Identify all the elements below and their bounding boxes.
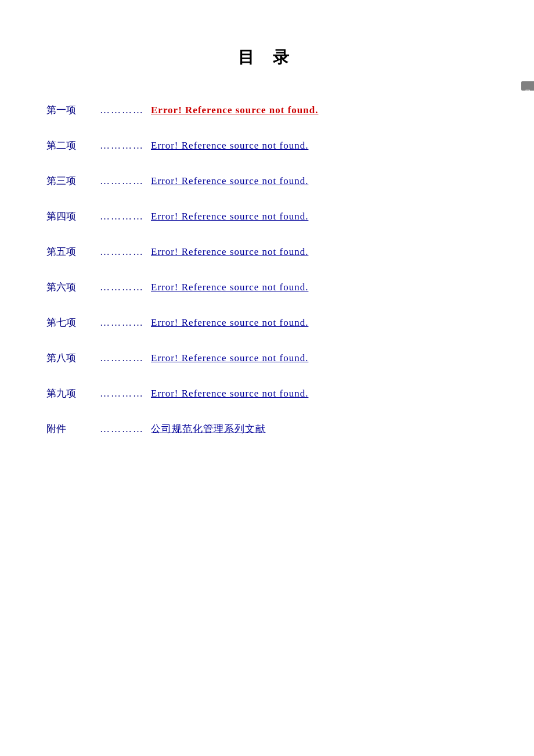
toc-label-2: 第二项 [46, 139, 93, 152]
toc-item: 第七项…………Error! Reference source not found… [46, 316, 488, 329]
toc-label-1: 第一项 [46, 103, 93, 117]
toc-link-7[interactable]: Error! Reference source not found. [151, 317, 308, 329]
side-tab-text: 目录 [524, 85, 532, 87]
toc-dots-3: ………… [100, 175, 144, 187]
toc-link-10[interactable]: 公司规范化管理系列文献 [151, 422, 266, 435]
toc-link-6[interactable]: Error! Reference source not found. [151, 282, 308, 293]
toc-item: 附件…………公司规范化管理系列文献 [46, 422, 488, 435]
toc-dots-5: ………… [100, 246, 144, 258]
toc-item: 第九项…………Error! Reference source not found… [46, 387, 488, 400]
toc-link-9[interactable]: Error! Reference source not found. [151, 388, 308, 399]
toc-dots-7: ………… [100, 317, 144, 329]
toc-link-3[interactable]: Error! Reference source not found. [151, 175, 308, 187]
page-container: 目录 目 录 第一项…………Error! Reference source no… [0, 0, 534, 756]
toc-dots-8: ………… [100, 352, 144, 364]
toc-link-1[interactable]: Error! Reference source not found. [151, 105, 318, 116]
toc-label-4: 第四项 [46, 210, 93, 223]
toc-item: 第六项…………Error! Reference source not found… [46, 280, 488, 294]
toc-item: 第八项…………Error! Reference source not found… [46, 351, 488, 365]
toc-list: 第一项…………Error! Reference source not found… [46, 103, 488, 435]
side-tab: 目录 [521, 81, 534, 91]
toc-dots-2: ………… [100, 140, 144, 152]
toc-link-5[interactable]: Error! Reference source not found. [151, 246, 308, 258]
toc-label-6: 第六项 [46, 280, 93, 294]
toc-link-4[interactable]: Error! Reference source not found. [151, 211, 308, 222]
toc-item: 第五项…………Error! Reference source not found… [46, 245, 488, 258]
toc-label-10: 附件 [46, 422, 93, 435]
toc-item: 第二项…………Error! Reference source not found… [46, 139, 488, 152]
toc-item: 第三项…………Error! Reference source not found… [46, 174, 488, 188]
toc-dots-1: ………… [100, 105, 144, 116]
toc-link-2[interactable]: Error! Reference source not found. [151, 140, 308, 152]
toc-item: 第一项…………Error! Reference source not found… [46, 103, 488, 117]
toc-label-8: 第八项 [46, 351, 93, 365]
toc-dots-4: ………… [100, 211, 144, 222]
toc-item: 第四项…………Error! Reference source not found… [46, 210, 488, 223]
toc-dots-10: ………… [100, 423, 144, 435]
page-title: 目 录 [46, 46, 488, 69]
toc-dots-6: ………… [100, 282, 144, 293]
toc-label-5: 第五项 [46, 245, 93, 258]
toc-link-8[interactable]: Error! Reference source not found. [151, 352, 308, 364]
toc-label-7: 第七项 [46, 316, 93, 329]
toc-label-3: 第三项 [46, 174, 93, 188]
toc-label-9: 第九项 [46, 387, 93, 400]
toc-dots-9: ………… [100, 388, 144, 399]
